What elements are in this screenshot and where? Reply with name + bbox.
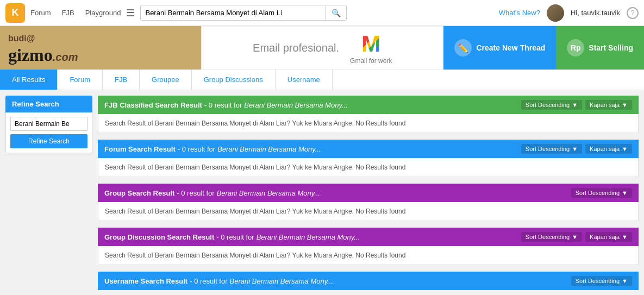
group-discussion-header-left: Group Discussion Search Result - 0 resul… bbox=[104, 233, 360, 241]
tab-group-discussions[interactable]: Group Discussions bbox=[192, 70, 276, 90]
forum-result-section: Forum Search Result - 0 result for Beran… bbox=[98, 140, 639, 177]
username-result-header: Username Search Result - 0 result for Be… bbox=[98, 272, 639, 290]
group-header-left: Group Search Result - 0 result for Beran… bbox=[104, 189, 320, 197]
gmail-label: Gmail for work bbox=[350, 57, 392, 65]
group-result-header: Group Search Result - 0 result for Beran… bbox=[98, 184, 639, 202]
search-input[interactable] bbox=[141, 5, 326, 20]
chevron-down-icon: ▼ bbox=[622, 278, 628, 284]
fjb-sort-button[interactable]: Sort Descending ▼ bbox=[521, 100, 582, 110]
sidebar-search-input[interactable] bbox=[10, 117, 87, 131]
forum-kapan-button[interactable]: Kapan saja ▼ bbox=[585, 144, 632, 154]
group-discussion-result-header: Group Discussion Search Result - 0 resul… bbox=[98, 228, 639, 246]
navbar-right: What's New? Hi, tauvik.tauvik ? bbox=[499, 4, 639, 22]
username-header-left: Username Search Result - 0 result for Be… bbox=[104, 277, 333, 285]
forum-header-right: Sort Descending ▼ Kapan saja ▼ bbox=[521, 144, 632, 154]
sidebar: Refine Search Refine Search bbox=[5, 96, 92, 290]
search-tabs: All Results Forum FJB Groupee Group Disc… bbox=[0, 70, 644, 90]
banner-left: budi@ gizmo.com bbox=[0, 26, 201, 70]
group-discussion-kapan-button[interactable]: Kapan saja ▼ bbox=[585, 232, 632, 242]
group-discussion-result-body: Search Result of Berani Bermain Bersama … bbox=[98, 246, 639, 265]
group-sort-button[interactable]: Sort Descending ▼ bbox=[571, 188, 632, 198]
chevron-down-icon: ▼ bbox=[622, 234, 628, 240]
fjb-result-body: Search Result of Berani Bermain Bersama … bbox=[98, 114, 639, 133]
sidebar-search: Refine Search bbox=[5, 112, 92, 153]
banner-right: ✏️ Create New Thread Rp Start Selling bbox=[443, 26, 644, 70]
forum-result-header: Forum Search Result - 0 result for Beran… bbox=[98, 140, 639, 158]
group-discussion-sort-button[interactable]: Sort Descending ▼ bbox=[521, 232, 582, 242]
tab-forum[interactable]: Forum bbox=[58, 70, 103, 90]
nav-forum[interactable]: Forum bbox=[30, 9, 51, 17]
search-bar: 🔍 bbox=[140, 5, 347, 21]
banner-mid: Email profesional. M Gmail for work bbox=[201, 26, 443, 70]
chevron-down-icon: ▼ bbox=[572, 102, 578, 108]
tab-groupee[interactable]: Groupee bbox=[140, 70, 192, 90]
fjb-header-left: FJB Classified Search Result - 0 result … bbox=[104, 101, 348, 109]
nav-fjb[interactable]: FJB bbox=[62, 9, 74, 17]
hamburger-icon[interactable]: ☰ bbox=[126, 7, 135, 19]
avatar bbox=[547, 4, 564, 22]
chevron-down-icon: ▼ bbox=[622, 102, 628, 108]
results-area: FJB Classified Search Result - 0 result … bbox=[98, 96, 639, 290]
sidebar-refine-button[interactable]: Refine Search bbox=[10, 134, 87, 148]
group-discussion-result-section: Group Discussion Search Result - 0 resul… bbox=[98, 228, 639, 265]
banner-tagline: Email profesional. bbox=[253, 42, 339, 54]
forum-sort-button[interactable]: Sort Descending ▼ bbox=[521, 144, 582, 154]
username-result-section: Username Search Result - 0 result for Be… bbox=[98, 272, 639, 290]
forum-result-body: Search Result of Berani Bermain Bersama … bbox=[98, 158, 639, 177]
fjb-header-right: Sort Descending ▼ Kapan saja ▼ bbox=[521, 100, 632, 110]
chevron-down-icon: ▼ bbox=[572, 146, 578, 152]
banner: budi@ gizmo.com Email profesional. M Gma… bbox=[0, 26, 644, 70]
chevron-down-icon: ▼ bbox=[622, 146, 628, 152]
logo[interactable]: K bbox=[5, 3, 25, 23]
tab-all-results[interactable]: All Results bbox=[0, 70, 58, 90]
banner-email: budi@ gizmo.com bbox=[8, 30, 78, 64]
search-button[interactable]: 🔍 bbox=[326, 6, 346, 20]
tab-username[interactable]: Username bbox=[276, 70, 333, 90]
sidebar-title: Refine Search bbox=[5, 96, 92, 112]
content-area: Refine Search Refine Search FJB Classifi… bbox=[0, 90, 644, 295]
fjb-result-header: FJB Classified Search Result - 0 result … bbox=[98, 96, 639, 114]
nav-playground[interactable]: Playground bbox=[85, 9, 121, 17]
help-icon[interactable]: ? bbox=[627, 7, 639, 19]
username-header-right: Sort Descending ▼ bbox=[571, 276, 632, 286]
group-result-body: Search Result of Berani Bermain Bersama … bbox=[98, 202, 639, 221]
nav-links: Forum FJB Playground bbox=[30, 9, 121, 17]
group-header-right: Sort Descending ▼ bbox=[571, 188, 632, 198]
username-display: Hi, tauvik.tauvik bbox=[571, 9, 620, 17]
tab-fjb[interactable]: FJB bbox=[103, 70, 140, 90]
navbar: K Forum FJB Playground ☰ 🔍 What's New? H… bbox=[0, 0, 644, 26]
chevron-down-icon: ▼ bbox=[572, 234, 578, 240]
pencil-icon: ✏️ bbox=[454, 39, 472, 57]
forum-header-left: Forum Search Result - 0 result for Beran… bbox=[104, 145, 321, 153]
rp-icon: Rp bbox=[567, 39, 584, 57]
chevron-down-icon: ▼ bbox=[622, 190, 628, 196]
create-thread-button[interactable]: ✏️ Create New Thread bbox=[443, 26, 556, 70]
group-discussion-header-right: Sort Descending ▼ Kapan saja ▼ bbox=[521, 232, 632, 242]
fjb-kapan-button[interactable]: Kapan saja ▼ bbox=[585, 100, 632, 110]
username-sort-button[interactable]: Sort Descending ▼ bbox=[571, 276, 632, 286]
group-result-section: Group Search Result - 0 result for Beran… bbox=[98, 184, 639, 221]
gmail-icon: M Gmail for work bbox=[350, 31, 392, 65]
whats-new-link[interactable]: What's New? bbox=[499, 9, 540, 17]
start-selling-button[interactable]: Rp Start Selling bbox=[556, 26, 644, 70]
fjb-result-section: FJB Classified Search Result - 0 result … bbox=[98, 96, 639, 133]
